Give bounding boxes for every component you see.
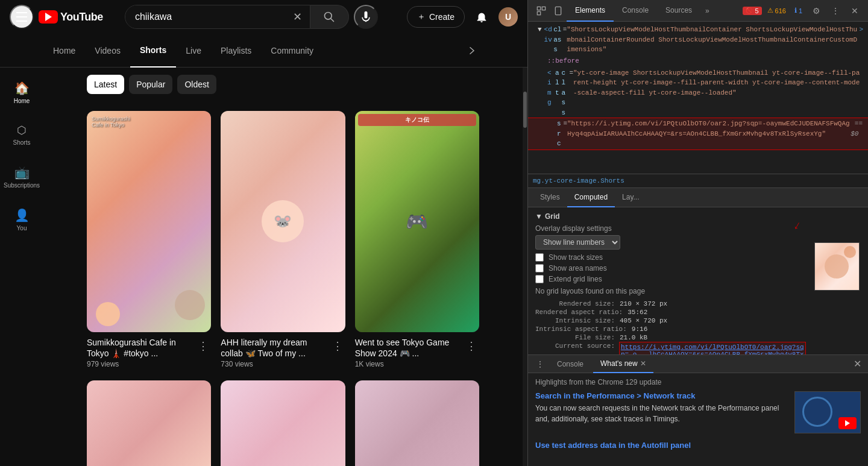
video-card-2[interactable]: 🐭 AHH literally my dream collab 🦋 Two of… xyxy=(221,111,345,371)
tab-layout[interactable]: Lay... xyxy=(615,188,646,207)
show-track-sizes-label: Show track sizes xyxy=(549,253,603,262)
whats-new-text-1: Search in the Performance > Network trac… xyxy=(535,391,787,424)
chip-latest[interactable]: Latest xyxy=(87,75,124,94)
video-card-5[interactable]: 🌸 ⋮ xyxy=(221,380,345,466)
bell-icon xyxy=(475,10,488,24)
search-input[interactable] xyxy=(125,5,286,28)
tab-layout-label: Lay... xyxy=(622,193,639,201)
tab-console[interactable]: Console xyxy=(614,0,657,22)
sidebar-item-subscriptions[interactable]: 📺 Subscriptions xyxy=(2,157,41,197)
show-line-numbers-select[interactable]: Show line numbers xyxy=(535,235,620,250)
html-view: ▼ <div class="ShortsLockupViewModelHostT… xyxy=(528,22,868,174)
tab-sources[interactable]: Sources xyxy=(657,0,700,22)
close-devtools-button[interactable]: ✕ xyxy=(846,2,863,19)
settings-button[interactable]: ⚙ xyxy=(808,2,825,19)
notifications-button[interactable] xyxy=(470,5,494,29)
html-line-img[interactable]: <img alt class="yt-core-image ShortsLock… xyxy=(528,68,868,119)
search-clear-button[interactable]: ✕ xyxy=(286,5,310,28)
video-card-3[interactable]: キノコ伝 🎮 Went to see Tokyo Game Show 2024 … xyxy=(355,111,479,371)
error-icon: 🚫 xyxy=(746,7,753,14)
rendered-size-label: Rendered size: xyxy=(535,300,620,307)
nav-community[interactable]: Community xyxy=(261,34,323,68)
chip-oldest[interactable]: Oldest xyxy=(177,75,216,94)
create-button[interactable]: ＋ Create xyxy=(407,6,465,28)
video-card-1[interactable]: SumikkogurashiCafe in Tokyo Sumikkoguras… xyxy=(87,111,211,371)
you-icon: 👤 xyxy=(14,208,30,222)
avatar[interactable]: U xyxy=(498,7,518,27)
tab-computed[interactable]: Computed xyxy=(567,188,615,207)
video-card-6[interactable]: 🐾 ⋮ xyxy=(355,380,479,466)
sidebar-item-shorts[interactable]: ⬡ Shorts xyxy=(2,115,41,154)
video-card-4[interactable]: 🍡 ⋮ xyxy=(87,380,211,466)
search-button[interactable] xyxy=(310,5,349,29)
tag-close: > xyxy=(859,25,863,35)
error-badge[interactable]: 🚫 5 xyxy=(743,7,761,15)
current-source-url[interactable]: https://i.ytimg.com/vi/lPQtuOlbOT0/oar2.… xyxy=(620,342,805,354)
whats-new-close[interactable]: ✕ xyxy=(640,359,646,368)
sidebar-item-home[interactable]: 🏠 Home xyxy=(2,72,41,113)
tab-console-bottom[interactable]: Console xyxy=(550,355,591,373)
warn-badge[interactable]: ⚠ 616 xyxy=(764,6,789,15)
page-scrollbar[interactable] xyxy=(523,68,527,466)
nav-shorts[interactable]: Shorts xyxy=(130,34,176,68)
more-options-button[interactable]: ⋮ xyxy=(827,2,844,19)
dollar-zero: == $0 xyxy=(851,119,863,139)
tab-more-button[interactable]: » xyxy=(700,7,714,15)
search-container: ✕ xyxy=(125,5,378,29)
show-track-sizes-checkbox[interactable] xyxy=(535,253,544,262)
intrinsic-ratio-label: Intrinsic aspect ratio: xyxy=(535,326,632,333)
autofill-link: Use test address data in the Autofill pa… xyxy=(535,441,691,450)
breadcrumb-text[interactable]: mg.yt-core-image.Shorts xyxy=(533,177,624,184)
voice-search-button[interactable] xyxy=(354,5,378,29)
nav-more-button[interactable] xyxy=(460,39,484,63)
image-size-info: Rendered size: 210 × 372 px Rendered asp… xyxy=(535,300,805,354)
tab-styles[interactable]: Styles xyxy=(533,188,567,207)
tab-elements[interactable]: Elements xyxy=(567,0,614,22)
attr-class-val: "ShortsLockupViewModelHostThumbnailConta… xyxy=(567,25,859,55)
rendered-ratio-val: 35:62 xyxy=(627,309,647,316)
html-line-before[interactable]: ::before xyxy=(528,55,868,68)
youtube-logo-icon xyxy=(39,10,58,24)
video-menu-3[interactable]: ⋮ xyxy=(464,337,479,355)
console-panel-close[interactable]: ✕ xyxy=(851,358,863,370)
shorts-icon: ⬡ xyxy=(17,124,27,137)
eq3: = xyxy=(563,119,567,129)
nav-home[interactable]: Home xyxy=(43,34,85,68)
svg-rect-1 xyxy=(542,7,545,10)
right-panel-body: ▼ Grid Overlay display settings Show lin… xyxy=(528,207,868,354)
svg-rect-0 xyxy=(537,7,540,10)
console-dots-button[interactable]: ⋮ xyxy=(533,357,547,371)
html-line-src[interactable]: src="https://i.ytimg.com/vi/1PQtuOlbOT0/… xyxy=(528,118,868,150)
nav-live[interactable]: Live xyxy=(176,34,211,68)
device-mode-button[interactable] xyxy=(550,2,567,19)
hamburger-menu-button[interactable] xyxy=(10,5,34,29)
nav-playlists[interactable]: Playlists xyxy=(211,34,261,68)
extend-grid-lines-checkbox[interactable] xyxy=(535,275,544,283)
circle-graphic xyxy=(802,397,832,427)
file-size-row: File size: 21.0 kB xyxy=(535,334,805,341)
whats-new-title-1[interactable]: Search in the Performance > Network trac… xyxy=(535,391,787,400)
rendered-size-val: 210 × 372 px xyxy=(620,300,667,307)
eq2: = xyxy=(569,68,573,78)
sidebar-item-you[interactable]: 👤 You xyxy=(2,200,41,240)
youtube-logo[interactable]: YouTube xyxy=(39,10,103,24)
expand-arrow[interactable]: ▼ xyxy=(538,25,542,35)
grid-title[interactable]: ▼ Grid xyxy=(535,212,805,221)
video-menu-2[interactable]: ⋮ xyxy=(330,337,345,355)
scrollbar-thumb[interactable] xyxy=(523,92,527,128)
info-badge[interactable]: ℹ 1 xyxy=(791,6,805,15)
html-line-div[interactable]: ▼ <div class="ShortsLockupViewModelHostT… xyxy=(528,24,868,55)
tab-whats-new[interactable]: What's new ✕ xyxy=(593,355,653,373)
overlay-display-row: Overlay display settings Show line numbe… xyxy=(535,224,805,250)
video-menu-1[interactable]: ⋮ xyxy=(195,337,211,355)
overlay-display-label: Overlay display settings xyxy=(535,224,805,233)
whats-new-title-2[interactable]: Use test address data in the Autofill pa… xyxy=(535,441,861,450)
nav-videos[interactable]: Videos xyxy=(85,34,130,68)
channel-nav: Home Videos Shorts Live Playlists Commun… xyxy=(0,34,527,68)
devtools-header: Elements Console Sources » 🚫 5 ⚠ 616 ℹ 1 xyxy=(528,0,868,22)
video-grid: SumikkogurashiCafe in Tokyo Sumikkoguras… xyxy=(87,101,479,466)
show-area-names-checkbox[interactable] xyxy=(535,264,544,272)
chip-popular[interactable]: Popular xyxy=(129,75,172,94)
inspect-element-button[interactable] xyxy=(533,2,550,19)
whats-new-row-1: Search in the Performance > Network trac… xyxy=(535,391,861,433)
